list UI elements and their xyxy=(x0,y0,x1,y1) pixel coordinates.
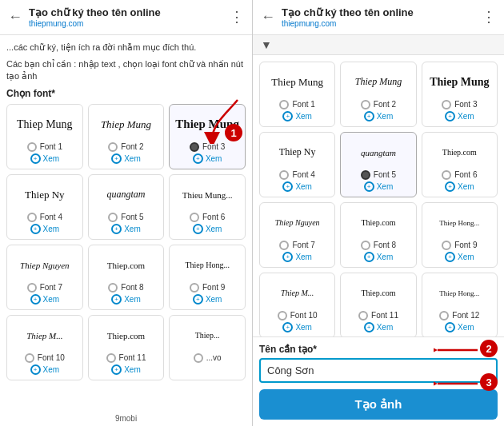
xem-btn-2[interactable]: + Xem xyxy=(111,153,141,164)
right-xem-btn-11[interactable]: + Xem xyxy=(364,322,394,332)
xem-icon-1: + xyxy=(30,153,41,164)
right-font-radio-11[interactable] xyxy=(358,311,368,320)
annotation-3: 3 xyxy=(480,373,498,391)
left-intro1: ...các chữ ký, tiện ích ra đời nhằm mục … xyxy=(6,42,246,54)
expand-row[interactable]: ▼ xyxy=(253,35,504,55)
right-font-radio-12[interactable] xyxy=(439,311,449,320)
font-card-8[interactable]: Thiep.com Font 8 + Xem xyxy=(88,245,165,310)
font-card-11[interactable]: Thiep.com Font 11 + Xem xyxy=(88,315,165,380)
create-button[interactable]: Tạo ảnh xyxy=(259,389,498,420)
right-font-radio-9[interactable] xyxy=(442,241,451,250)
right-font-card-5[interactable]: quangtam Font 5 + Xem xyxy=(340,132,416,197)
right-xem-btn-7[interactable]: + Xem xyxy=(282,252,312,262)
right-xem-btn-2[interactable]: + Xem xyxy=(364,111,394,121)
xem-icon-11: + xyxy=(111,364,122,375)
right-font-radio-8[interactable] xyxy=(361,241,370,250)
font-card-7[interactable]: Thiep Nguyen Font 7 + Xem xyxy=(6,245,83,310)
right-font-card-4[interactable]: Thiep Ny Font 4 + Xem xyxy=(259,132,335,197)
right-font-card-7[interactable]: Thiep Nguyen Font 7 + Xem xyxy=(259,202,335,268)
font-radio-3[interactable] xyxy=(190,142,199,152)
xem-btn-10[interactable]: + Xem xyxy=(30,364,60,375)
right-xem-btn-5[interactable]: + Xem xyxy=(364,181,394,192)
right-font-card-2[interactable]: Thiep Mung Font 2 + Xem xyxy=(340,62,416,127)
right-font-card-8[interactable]: Thiep.com Font 8 + Xem xyxy=(340,202,416,268)
font-radio-2[interactable] xyxy=(108,142,118,152)
font-card-12[interactable]: Thiep... ...vo xyxy=(169,315,246,380)
font-card-9[interactable]: Thiep Hong... Font 9 + Xem xyxy=(169,245,246,310)
font-radio-4[interactable] xyxy=(27,213,37,222)
xem-btn-11[interactable]: + Xem xyxy=(111,364,141,375)
xem-btn-9[interactable]: + Xem xyxy=(193,294,222,305)
right-header: ← Tạo chữ ký theo tên online thiepmung.c… xyxy=(253,0,504,35)
right-font-radio-6[interactable] xyxy=(442,170,451,180)
font-card-5[interactable]: quangtam Font 5 + Xem xyxy=(88,174,165,240)
xem-icon-5: + xyxy=(111,224,122,234)
xem-btn-4[interactable]: + Xem xyxy=(30,224,60,234)
font-radio-5[interactable] xyxy=(108,213,118,222)
font-card-2[interactable]: Thiep Mung Font 2 + Xem xyxy=(88,104,165,169)
xem-icon-4: + xyxy=(30,224,41,234)
font-preview-12: Thiep... xyxy=(174,320,240,351)
right-font-radio-1[interactable] xyxy=(279,100,289,109)
font-label-4: Font 4 xyxy=(40,213,62,221)
right-font-radio-7[interactable] xyxy=(279,241,289,250)
right-font-card-11[interactable]: Thiep.com Font 11 + Xem xyxy=(340,273,416,336)
xem-btn-8[interactable]: + Xem xyxy=(111,294,141,305)
right-font-radio-4[interactable] xyxy=(279,170,289,180)
font-card-6[interactable]: Thieu Mung... Font 6 + Xem xyxy=(169,174,246,240)
right-xem-btn-12[interactable]: + Xem xyxy=(445,322,474,332)
font-radio-8[interactable] xyxy=(108,283,118,293)
right-font-grid: Thiep Mung Font 1 + Xem Thiep Mung xyxy=(259,62,498,336)
right-font-radio-2[interactable] xyxy=(361,100,370,109)
right-font-radio-3[interactable] xyxy=(442,100,451,109)
font-radio-7[interactable] xyxy=(27,283,37,293)
name-input[interactable] xyxy=(259,358,498,383)
right-font-card-3[interactable]: Thiep Mung Font 3 + Xem xyxy=(422,62,498,127)
font-radio-1[interactable] xyxy=(27,142,37,152)
font-label-1: Font 1 xyxy=(40,142,62,151)
font-card-4[interactable]: Thiep Ny Font 4 + Xem xyxy=(6,174,83,240)
annotation-2: 2 xyxy=(480,340,498,357)
xem-btn-5[interactable]: + Xem xyxy=(111,224,141,234)
right-xem-btn-4[interactable]: + Xem xyxy=(282,181,312,192)
left-subtitle: thiepmung.com xyxy=(29,19,223,28)
xem-btn-6[interactable]: + Xem xyxy=(193,224,222,234)
right-font-card-6[interactable]: Thiep.com Font 6 + Xem xyxy=(422,132,498,197)
right-font-card-10[interactable]: Thiep M... Font 10 + Xem xyxy=(259,273,335,336)
font-card-1[interactable]: Thiep Mung Font 1 + Xem xyxy=(6,104,83,169)
font-label-2: Font 2 xyxy=(121,142,143,151)
xem-btn-1[interactable]: + Xem xyxy=(30,153,60,164)
font-label-6: Font 6 xyxy=(202,213,225,221)
right-font-card-12[interactable]: Thiep Hong... Font 12 + Xem xyxy=(422,273,498,336)
font-radio-9[interactable] xyxy=(190,283,199,293)
right-font-radio-10[interactable] xyxy=(278,311,287,320)
right-xem-btn-10[interactable]: + Xem xyxy=(282,322,312,332)
left-more-button[interactable]: ⋮ xyxy=(230,8,244,26)
right-xem-btn-3[interactable]: + Xem xyxy=(445,111,474,121)
right-xem-btn-6[interactable]: + Xem xyxy=(445,181,474,192)
xem-btn-7[interactable]: + Xem xyxy=(30,294,60,305)
font-radio-10[interactable] xyxy=(25,353,34,363)
right-xem-btn-8[interactable]: + Xem xyxy=(364,252,394,262)
right-back-button[interactable]: ← xyxy=(261,9,275,26)
font-radio-11[interactable] xyxy=(106,353,116,363)
xem-btn-3[interactable]: + Xem xyxy=(193,153,222,164)
left-title: Tạo chữ ký theo tên online xyxy=(29,6,223,19)
left-header: ← Tạo chữ ký theo tên online thiepmung.c… xyxy=(0,0,252,35)
font-preview-4: Thiep Ny xyxy=(12,180,78,210)
right-font-card-9[interactable]: Thiep Hong... Font 9 + Xem xyxy=(422,202,498,268)
right-font-card-1[interactable]: Thiep Mung Font 1 + Xem xyxy=(259,62,335,127)
right-title: Tạo chữ ký theo tên online xyxy=(282,6,475,19)
right-xem-btn-1[interactable]: + Xem xyxy=(282,111,312,121)
font-radio-12[interactable] xyxy=(194,353,203,363)
right-font-radio-5[interactable] xyxy=(361,170,370,180)
left-font-grid: Thiep Mung Font 1 + Xem Thiep Mung xyxy=(6,104,246,380)
left-back-button[interactable]: ← xyxy=(8,9,22,26)
font-card-10[interactable]: Thiep M... Font 10 + Xem xyxy=(6,315,83,380)
right-more-button[interactable]: ⋮ xyxy=(482,8,496,26)
xem-icon-8: + xyxy=(111,294,122,305)
left-panel: ← Tạo chữ ký theo tên online thiepmung.c… xyxy=(0,0,252,426)
xem-icon-9: + xyxy=(193,294,203,305)
right-xem-btn-9[interactable]: + Xem xyxy=(445,252,474,262)
font-radio-6[interactable] xyxy=(190,213,199,222)
